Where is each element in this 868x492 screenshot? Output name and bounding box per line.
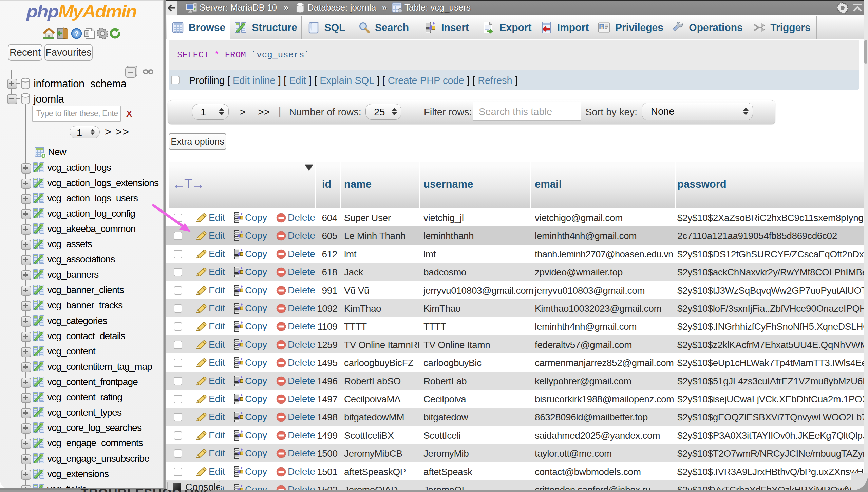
svg-text:?: ? <box>74 30 78 37</box>
